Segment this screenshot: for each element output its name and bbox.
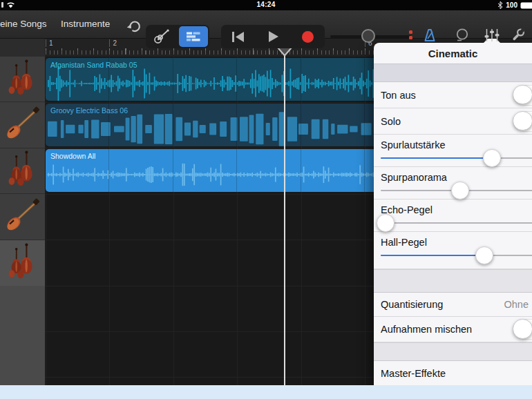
track-volume-row: Spurlautstärke: [374, 135, 532, 167]
echo-level-row: Echo-Pegel: [374, 200, 532, 232]
sidebar-track-header[interactable]: [0, 102, 45, 148]
track-controls-button[interactable]: [484, 27, 500, 43]
toggle-knob: [513, 85, 532, 105]
section-spacer: [374, 342, 532, 361]
tracks-view-button[interactable]: [179, 26, 208, 47]
track-headers-sidebar: [0, 38, 45, 385]
master-effects-label: Master-Effekte: [381, 368, 446, 379]
play-icon: [267, 30, 279, 43]
status-right: 100: [497, 1, 532, 9]
mute-row: Ton aus: [374, 82, 532, 108]
echo-level-slider[interactable]: [381, 214, 532, 232]
battery-icon: [520, 2, 532, 9]
merge-recordings-toggle[interactable]: [513, 319, 532, 340]
undo-button[interactable]: [126, 17, 142, 33]
record-icon: [302, 31, 314, 43]
battery-percent: 100: [506, 1, 517, 9]
popover-title: Cinematic: [374, 43, 532, 64]
solo-toggle[interactable]: [513, 111, 532, 132]
master-effects-row[interactable]: Master-Effekte: [374, 361, 532, 385]
strings-section-icon: [6, 243, 40, 283]
wrench-icon: [511, 28, 526, 43]
rewind-icon: [231, 31, 245, 43]
my-songs-button[interactable]: eine Songs: [0, 10, 47, 38]
strings-section-icon: [6, 150, 40, 191]
track-pan-row: Spurpanorama: [374, 167, 532, 200]
sidebar-track-header[interactable]: [0, 194, 45, 240]
instrument-view-button[interactable]: [147, 26, 176, 47]
meter-dot: [409, 36, 412, 39]
bass-guitar-icon: [3, 197, 42, 237]
level-meter: [409, 30, 412, 39]
track-settings-popover: Cinematic Ton aus Solo Spurlautstärke Sp…: [374, 43, 532, 385]
rewind-button[interactable]: [222, 26, 254, 47]
quantization-label: Quantisierung: [381, 299, 443, 310]
metronome-icon: [422, 28, 437, 43]
track-volume-slider[interactable]: [381, 149, 532, 167]
solo-row: Solo: [374, 108, 532, 135]
mixer-faders-icon: [484, 28, 500, 43]
sidebar-track-header[interactable]: [0, 148, 45, 194]
track-pan-slider[interactable]: [381, 182, 532, 200]
ruler-measure-label: 1: [46, 39, 109, 47]
loop-browser-button[interactable]: [454, 27, 471, 43]
slider-fill: [381, 255, 484, 257]
sidebar-filler: [0, 286, 45, 385]
sidebar-track-header[interactable]: [0, 240, 45, 286]
merge-recordings-label: Aufnahmen mischen: [381, 324, 472, 335]
merge-recordings-row: Aufnahmen mischen: [374, 317, 532, 342]
tracks-view-icon: [185, 30, 202, 43]
sidebar-track-header[interactable]: [0, 57, 45, 102]
loop-icon: [455, 28, 470, 43]
garageband-app: 14:24 100 eine Songs Instrumente: [0, 0, 532, 399]
reverb-level-row: Hall-Pegel: [374, 232, 532, 269]
region-label: Groovy Electric Bass 06: [50, 106, 128, 115]
sidebar-corner: [0, 38, 45, 57]
play-button[interactable]: [257, 26, 289, 47]
master-volume-slider[interactable]: [330, 35, 412, 38]
slider-knob[interactable]: [475, 246, 493, 264]
playhead-line: [284, 55, 285, 385]
bottom-border-strip: [0, 385, 532, 399]
transport-controls: [221, 25, 325, 48]
view-segmented-control: [146, 25, 209, 48]
section-spacer: [374, 269, 532, 293]
strings-section-icon: [6, 59, 40, 99]
meter-dot: [409, 30, 412, 34]
clock: 14:24: [0, 1, 532, 8]
toolbar: eine Songs Instrumente: [0, 10, 532, 39]
toggle-knob: [513, 319, 532, 339]
mute-label: Ton aus: [381, 90, 416, 101]
guitar-icon: [153, 28, 171, 45]
slider-knob[interactable]: [483, 149, 501, 167]
status-bar: 14:24 100: [0, 0, 532, 10]
slider-knob[interactable]: [451, 182, 469, 200]
mute-toggle[interactable]: [513, 85, 532, 106]
slider-fill: [381, 157, 492, 159]
solo-label: Solo: [381, 116, 401, 127]
slider-knob[interactable]: [377, 214, 395, 232]
quantization-row[interactable]: Quantisierung Ohne: [374, 293, 532, 317]
metronome-button[interactable]: [421, 27, 438, 43]
region-label: Afganistan Sand Rabab 05: [50, 61, 137, 69]
bluetooth-icon: [497, 1, 503, 9]
bass-guitar-icon: [3, 105, 42, 145]
toggle-knob: [513, 111, 532, 131]
slider-track: [381, 222, 532, 224]
instruments-button[interactable]: Instrumente: [61, 10, 110, 38]
song-settings-button[interactable]: [510, 27, 526, 43]
region-label: Showdown All: [50, 152, 95, 160]
quantization-value: Ohne: [504, 299, 529, 310]
record-button[interactable]: [292, 26, 323, 47]
undo-icon: [126, 17, 142, 33]
reverb-level-slider[interactable]: [381, 246, 532, 264]
section-spacer: [374, 64, 532, 82]
